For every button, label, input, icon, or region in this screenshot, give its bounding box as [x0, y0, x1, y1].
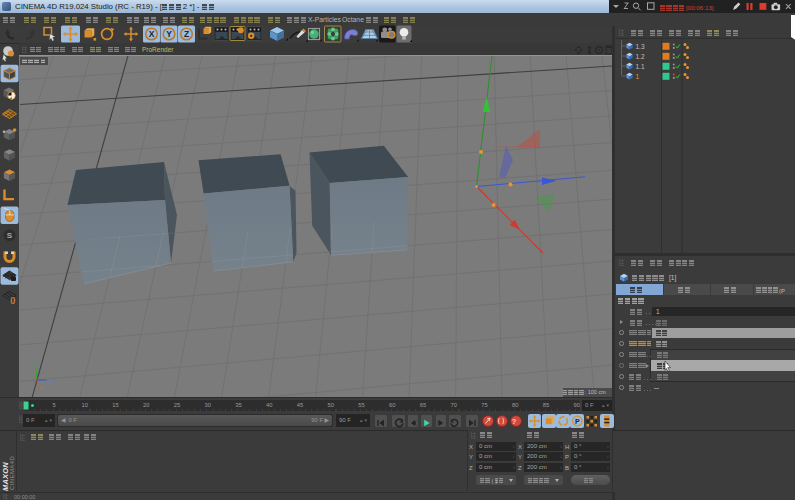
svg-text:X: X [39, 385, 43, 391]
svg-text:1: 1 [636, 73, 640, 80]
svg-text:(): () [10, 295, 15, 304]
svg-text:Z: Z [184, 29, 189, 39]
svg-text:Y: Y [33, 363, 37, 369]
svg-text:1.3: 1.3 [636, 43, 645, 50]
svg-text:S: S [7, 231, 13, 240]
svg-text:1.1: 1.1 [636, 63, 645, 70]
svg-text:P: P [574, 417, 579, 424]
svg-text:Z: Z [50, 378, 53, 384]
svg-text:Y: Y [166, 29, 172, 39]
svg-text:1.2: 1.2 [636, 53, 645, 60]
svg-text:X: X [149, 29, 155, 39]
svg-text:?: ? [512, 416, 517, 425]
